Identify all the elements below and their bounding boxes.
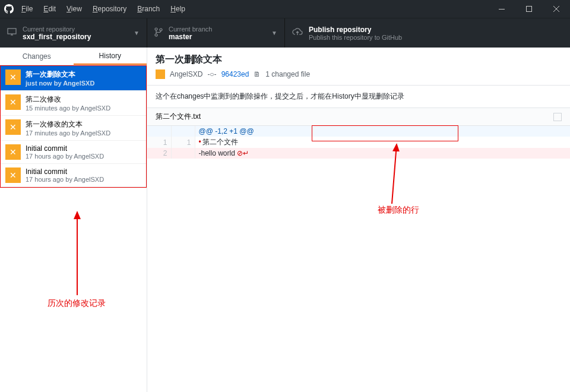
commit-icon: -○-: [207, 70, 216, 78]
repo-label: Current repository: [23, 26, 91, 33]
commit-item[interactable]: ✕ 第一次修改的文本17 minutes ago by AngelSXD: [1, 116, 146, 141]
caret-down-icon: ▼: [271, 30, 277, 36]
svg-point-5: [160, 29, 162, 31]
changed-files: 1 changed file: [265, 70, 310, 78]
avatar: ✕: [5, 144, 21, 160]
diff-line-context: 第二个文件: [195, 137, 570, 148]
diff-icon: 🗎: [254, 70, 261, 78]
svg-rect-2: [8, 29, 16, 34]
minimize-button[interactable]: [488, 0, 515, 18]
diff-view: @@ -1,2 +1 @@ 11第二个文件 2-hello world ⊘↵: [147, 126, 570, 159]
publish-sub: Publish this repository to GitHub: [309, 34, 402, 41]
commit-description: 这个在changes中监测到的删除操作，提交之后，才能在History中显现删除…: [147, 86, 570, 108]
publish-title: Publish repository: [309, 26, 402, 34]
svg-rect-1: [527, 7, 532, 12]
svg-rect-0: [499, 9, 505, 10]
menu-edit[interactable]: Edit: [43, 5, 56, 13]
commit-item[interactable]: ✕ 第一次删除文本just now by AngelSXD: [1, 66, 146, 91]
current-branch-selector[interactable]: Current branch master ▼: [147, 18, 285, 48]
author-name: AngelSXD: [170, 70, 202, 78]
caret-down-icon: ▼: [134, 30, 140, 36]
github-logo-icon: [0, 4, 18, 14]
tab-history[interactable]: History: [74, 48, 147, 65]
tab-changes[interactable]: Changes: [0, 48, 74, 65]
avatar: ✕: [5, 94, 21, 110]
commit-title: 第一次删除文本: [156, 53, 562, 66]
svg-point-3: [155, 28, 157, 30]
commit-list: ✕ 第一次删除文本just now by AngelSXD ✕ 第二次修改15 …: [0, 65, 147, 188]
commit-item[interactable]: ✕ Initial commit17 hours ago by AngelSXD: [1, 164, 146, 187]
repo-value: sxd_first_repository: [23, 33, 91, 41]
hunk-header: @@ -1,2 +1 @@: [195, 126, 570, 137]
publish-repository-button[interactable]: Publish repository Publish this reposito…: [285, 18, 570, 48]
menu-file[interactable]: File: [21, 5, 33, 13]
expand-toggle[interactable]: [553, 113, 562, 121]
close-button[interactable]: [543, 0, 570, 18]
menu-repository[interactable]: Repository: [93, 5, 126, 13]
cloud-upload-icon: [292, 28, 303, 39]
file-name[interactable]: 第二个文件.txt: [156, 112, 553, 122]
branch-value: master: [169, 33, 212, 41]
branch-icon: [154, 27, 163, 39]
current-repository-selector[interactable]: Current repository sxd_first_repository …: [0, 18, 147, 48]
desktop-icon: [7, 28, 17, 39]
svg-point-4: [155, 34, 157, 36]
menu-view[interactable]: View: [66, 5, 82, 13]
avatar: ✕: [5, 119, 21, 135]
commit-item[interactable]: ✕ Initial commit17 hours ago by AngelSXD: [1, 141, 146, 164]
branch-label: Current branch: [169, 26, 212, 33]
diff-line-deleted: -hello world ⊘↵: [195, 148, 570, 159]
avatar: ✕: [5, 69, 21, 85]
avatar: [156, 69, 165, 79]
commit-item[interactable]: ✕ 第二次修改15 minutes ago by AngelSXD: [1, 91, 146, 116]
menu-branch[interactable]: Branch: [137, 5, 160, 13]
avatar: ✕: [5, 167, 21, 183]
commit-hash[interactable]: 96423ed: [221, 70, 249, 78]
menu-help[interactable]: Help: [170, 5, 185, 13]
maximize-button[interactable]: [515, 0, 543, 18]
